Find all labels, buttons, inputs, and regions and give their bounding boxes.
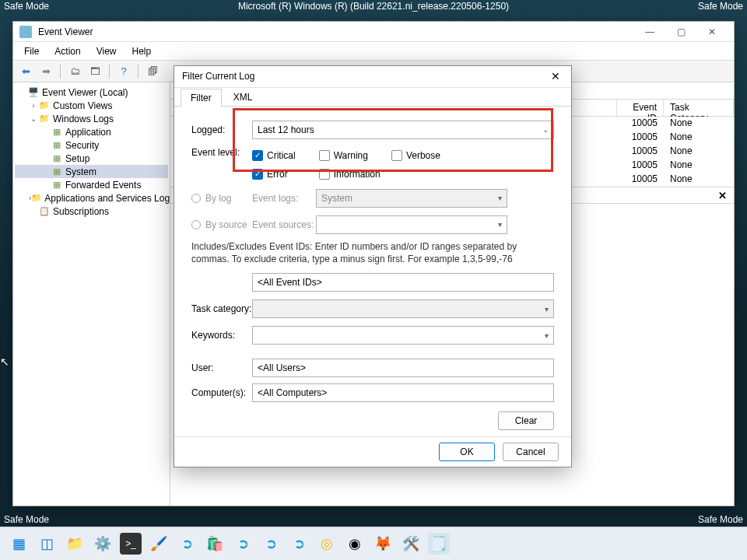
event-sources-dropdown[interactable]: ▾ bbox=[316, 215, 507, 234]
col-event-id[interactable]: Event ID bbox=[617, 100, 664, 116]
os-build-label: Microsoft (R) Windows (R) (Build 22621.n… bbox=[0, 1, 747, 12]
dialog-close-icon[interactable]: ✕ bbox=[548, 70, 563, 82]
edge-icon[interactable]: ➲ bbox=[176, 533, 198, 555]
menu-action[interactable]: Action bbox=[48, 44, 86, 59]
checkbox-icon: ✓ bbox=[252, 150, 263, 161]
menu-bar: File Action View Help bbox=[13, 42, 734, 61]
tree-log-security[interactable]: ▦Security bbox=[15, 138, 168, 152]
label-computers: Computer(s): bbox=[191, 387, 252, 398]
help-icon[interactable]: ? bbox=[116, 64, 132, 79]
separator bbox=[109, 65, 110, 79]
cancel-button[interactable]: Cancel bbox=[503, 443, 559, 461]
safe-mode-br: Safe Mode bbox=[698, 514, 743, 527]
firefox-icon[interactable]: 🦊 bbox=[372, 533, 394, 555]
event-ids-help: Includes/Excludes Event IDs: Enter ID nu… bbox=[191, 240, 554, 265]
refresh-icon[interactable]: 🗐 bbox=[145, 64, 160, 79]
label-event-logs: Event logs: bbox=[252, 193, 316, 204]
tree-log-setup[interactable]: ▦Setup bbox=[15, 152, 168, 165]
tab-xml[interactable]: XML bbox=[223, 88, 263, 106]
chevron-down-icon: ▾ bbox=[498, 220, 502, 229]
chevron-down-icon: ▾ bbox=[498, 194, 502, 202]
menu-help[interactable]: Help bbox=[126, 44, 158, 59]
user-input[interactable] bbox=[252, 359, 554, 377]
chk-verbose[interactable]: Verbose bbox=[391, 150, 440, 161]
window-title-bar[interactable]: Event Viewer — ▢ ✕ bbox=[13, 22, 734, 42]
tree-log-system[interactable]: ▦System bbox=[15, 165, 168, 178]
tree-custom-views[interactable]: ›📁Custom Views bbox=[15, 99, 168, 112]
menu-file[interactable]: File bbox=[18, 44, 45, 59]
show-tree-icon[interactable]: 🗂 bbox=[67, 64, 82, 79]
label-task-category: Task category: bbox=[191, 303, 252, 314]
start-icon[interactable]: ▦ bbox=[8, 533, 30, 555]
label-user: User: bbox=[191, 362, 252, 373]
tree-log-application[interactable]: ▦Application bbox=[15, 125, 168, 138]
chevron-down-icon: ▾ bbox=[545, 305, 549, 313]
tree-subscriptions[interactable]: 📋Subscriptions bbox=[15, 205, 168, 218]
window-title: Event Viewer bbox=[38, 26, 634, 37]
logged-dropdown[interactable]: Last 12 hours⌄ bbox=[252, 121, 554, 139]
edge-beta-icon[interactable]: ➲ bbox=[288, 533, 310, 555]
maximize-button[interactable]: ▢ bbox=[665, 23, 696, 40]
checkbox-icon: ✓ bbox=[252, 169, 263, 180]
chrome-canary-icon[interactable]: ◎ bbox=[316, 533, 338, 555]
col-task-category[interactable]: Task Category bbox=[664, 100, 734, 116]
paint-icon[interactable]: 🖌️ bbox=[148, 533, 170, 555]
checkbox-icon bbox=[319, 169, 330, 180]
chevron-down-icon: ⌄ bbox=[542, 125, 549, 134]
separator bbox=[60, 65, 61, 79]
computers-input[interactable] bbox=[252, 383, 554, 402]
task-category-dropdown: ▾ bbox=[252, 299, 554, 318]
radio-by-log bbox=[191, 194, 201, 203]
clear-button[interactable]: Clear bbox=[498, 411, 554, 430]
label-event-sources: Event sources: bbox=[252, 219, 316, 230]
terminal-icon[interactable]: >_ bbox=[120, 533, 142, 555]
checkbox-icon bbox=[319, 150, 330, 161]
os-bottom-bar: Safe Mode Safe Mode bbox=[0, 514, 747, 527]
taskbar[interactable]: ▦ ◫ 📁 ⚙️ >_ 🖌️ ➲ 🛍️ ➲ ➲ ➲ ◎ ◉ 🦊 🛠️ 🗒️ bbox=[0, 527, 747, 560]
store-icon[interactable]: 🛍️ bbox=[204, 533, 226, 555]
label-by-log: By log bbox=[205, 193, 252, 204]
tree-windows-logs[interactable]: ⌄📁Windows Logs bbox=[15, 112, 168, 125]
chk-information[interactable]: Information bbox=[319, 169, 381, 180]
edge-dev-icon[interactable]: ➲ bbox=[260, 533, 282, 555]
event-viewer-taskbar-icon[interactable]: 🗒️ bbox=[428, 533, 450, 555]
tree-log-forwarded[interactable]: ▦Forwarded Events bbox=[15, 178, 168, 191]
os-top-bar: Safe Mode Microsoft (R) Windows (R) (Bui… bbox=[0, 0, 747, 12]
chk-critical[interactable]: ✓Critical bbox=[252, 150, 296, 161]
chk-error[interactable]: ✓Error bbox=[252, 169, 288, 180]
dialog-body: Logged: Last 12 hours⌄ Event level: ✓Cri… bbox=[174, 107, 571, 436]
safe-mode-bl: Safe Mode bbox=[4, 514, 49, 527]
task-view-icon[interactable]: ◫ bbox=[36, 533, 58, 555]
event-logs-dropdown: System▾ bbox=[316, 189, 507, 208]
properties-icon[interactable]: 🗔 bbox=[87, 64, 103, 79]
tree-app-services-logs[interactable]: ›📁Applications and Services Logs bbox=[15, 191, 168, 205]
event-viewer-icon bbox=[19, 26, 32, 38]
forward-icon[interactable]: ➡ bbox=[38, 64, 54, 79]
filter-dialog: Filter Current Log ✕ Filter XML Logged: … bbox=[174, 65, 572, 467]
ok-button[interactable]: OK bbox=[439, 443, 495, 461]
checkbox-icon bbox=[391, 150, 402, 161]
close-button[interactable]: ✕ bbox=[696, 23, 728, 40]
radio-by-source bbox=[191, 220, 201, 229]
detail-close-icon[interactable]: ✕ bbox=[715, 190, 729, 201]
minimize-button[interactable]: — bbox=[634, 23, 665, 40]
edge-canary-icon[interactable]: ➲ bbox=[232, 533, 254, 555]
label-keywords: Keywords: bbox=[191, 330, 252, 341]
navigation-tree[interactable]: 🖥️Event Viewer (Local) ›📁Custom Views ⌄📁… bbox=[13, 82, 170, 506]
dialog-title-bar[interactable]: Filter Current Log ✕ bbox=[174, 66, 571, 88]
event-ids-input[interactable] bbox=[252, 273, 554, 292]
label-by-source: By source bbox=[205, 219, 252, 230]
menu-view[interactable]: View bbox=[90, 44, 123, 59]
keywords-dropdown[interactable]: ▾ bbox=[252, 326, 554, 345]
chk-warning[interactable]: Warning bbox=[319, 150, 368, 161]
dialog-title: Filter Current Log bbox=[182, 71, 254, 82]
app-icon[interactable]: 🛠️ bbox=[400, 533, 422, 555]
separator bbox=[138, 65, 139, 79]
tree-root[interactable]: 🖥️Event Viewer (Local) bbox=[15, 86, 168, 99]
settings-icon[interactable]: ⚙️ bbox=[92, 533, 114, 555]
chevron-down-icon: ▾ bbox=[545, 331, 549, 340]
back-icon[interactable]: ⬅ bbox=[18, 64, 33, 79]
tab-filter[interactable]: Filter bbox=[181, 89, 222, 107]
chrome-icon[interactable]: ◉ bbox=[344, 533, 366, 555]
file-explorer-icon[interactable]: 📁 bbox=[64, 533, 86, 555]
